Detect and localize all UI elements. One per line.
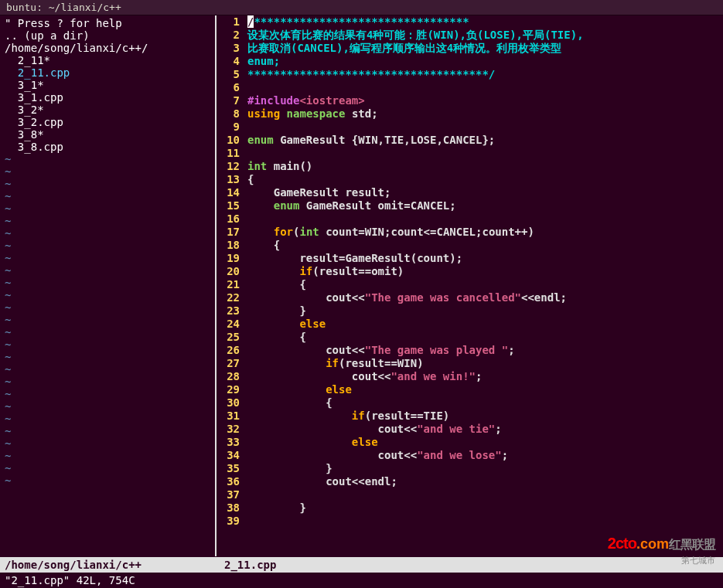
- empty-line-tilde: ~: [5, 252, 210, 264]
- empty-line-tilde: ~: [5, 376, 210, 388]
- line-number: 12: [217, 160, 240, 173]
- line-number: 34: [217, 449, 240, 462]
- empty-line-tilde: ~: [5, 202, 210, 215]
- line-number: 1: [217, 15, 240, 29]
- code-line[interactable]: {: [247, 239, 723, 252]
- file-item[interactable]: 3_8*: [5, 128, 210, 141]
- code-line[interactable]: if(result==WIN): [247, 357, 723, 370]
- line-number: 30: [217, 396, 240, 410]
- line-number: 27: [217, 357, 240, 370]
- line-number: 32: [217, 423, 240, 436]
- code-line[interactable]: }: [247, 304, 723, 318]
- line-number: 13: [217, 173, 240, 186]
- code-line[interactable]: else: [247, 383, 723, 396]
- line-number: 29: [217, 383, 240, 396]
- code-line[interactable]: [247, 488, 723, 501]
- code-line[interactable]: {: [247, 173, 723, 186]
- line-number: 14: [217, 186, 240, 199]
- code-line[interactable]: else: [247, 436, 723, 449]
- code-line[interactable]: cout<<"The game was played ";: [247, 344, 723, 357]
- file-explorer[interactable]: " Press ? for help .. (up a dir) /home/s…: [0, 15, 217, 556]
- empty-line-tilde: ~: [5, 215, 210, 227]
- line-number: 5: [217, 68, 240, 81]
- code-line[interactable]: cout<<"and we tie";: [247, 423, 723, 436]
- code-editor[interactable]: 1234567891011121314151617181920212223242…: [217, 15, 723, 556]
- code-line[interactable]: 设某次体育比赛的结果有4种可能：胜(WIN),负(LOSE),平局(TIE),: [247, 29, 723, 42]
- empty-line-tilde: ~: [5, 264, 210, 277]
- line-number: 26: [217, 344, 240, 357]
- code-line[interactable]: enum GameResult omit=CANCEL;: [247, 199, 723, 212]
- empty-line-tilde: ~: [5, 450, 210, 462]
- line-number: 22: [217, 291, 240, 304]
- code-line[interactable]: [247, 147, 723, 160]
- file-item[interactable]: 2_11.cpp: [5, 66, 210, 79]
- file-item[interactable]: 3_8.cpp: [5, 141, 210, 153]
- code-line[interactable]: enum;: [247, 55, 723, 68]
- line-number: 37: [217, 488, 240, 501]
- line-number: 16: [217, 212, 240, 226]
- main-area: " Press ? for help .. (up a dir) /home/s…: [0, 15, 723, 556]
- code-line[interactable]: cout<<"and we lose";: [247, 449, 723, 462]
- code-line[interactable]: [247, 121, 723, 134]
- empty-line-tilde: ~: [5, 425, 210, 437]
- code-line[interactable]: for(int count=WIN;count<=CANCEL;count++): [247, 226, 723, 239]
- code-line[interactable]: }: [247, 501, 723, 515]
- code-line[interactable]: if(result==TIE): [247, 410, 723, 423]
- code-line[interactable]: cout<<"and we win!";: [247, 370, 723, 383]
- code-line[interactable]: {: [247, 396, 723, 410]
- code-line[interactable]: }: [247, 462, 723, 475]
- code-line[interactable]: result=GameResult(count);: [247, 252, 723, 265]
- file-item[interactable]: 3_2.cpp: [5, 116, 210, 128]
- empty-line-tilde: ~: [5, 474, 210, 487]
- watermark: 2cto.com红黑联盟 第七城市: [608, 535, 715, 566]
- code-line[interactable]: enum GameResult {WIN,TIE,LOSE,CANCEL};: [247, 134, 723, 147]
- code-line[interactable]: int main(): [247, 160, 723, 173]
- code-content[interactable]: /*********************************设某次体育比…: [247, 15, 723, 528]
- empty-line-tilde: ~: [5, 388, 210, 400]
- empty-line-tilde: ~: [5, 289, 210, 301]
- line-number: 35: [217, 462, 240, 475]
- code-line[interactable]: cout<<"The game was cancelled"<<endl;: [247, 291, 723, 304]
- code-line[interactable]: [247, 515, 723, 528]
- empty-line-tilde: ~: [5, 190, 210, 202]
- empty-line-tilde: ~: [5, 413, 210, 425]
- code-line[interactable]: cout<<endl;: [247, 475, 723, 488]
- up-dir[interactable]: .. (up a dir): [5, 29, 210, 42]
- line-number: 38: [217, 501, 240, 515]
- file-item[interactable]: 3_1*: [5, 79, 210, 91]
- window-titlebar: buntu: ~/lianxi/c++: [0, 0, 723, 15]
- empty-line-tilde: ~: [5, 165, 210, 178]
- code-line[interactable]: [247, 81, 723, 94]
- code-line[interactable]: if(result==omit): [247, 265, 723, 278]
- code-line[interactable]: using namespace std;: [247, 107, 723, 121]
- empty-line-tilde: ~: [5, 437, 210, 450]
- current-path: /home/song/lianxi/c++/: [5, 42, 210, 54]
- file-item[interactable]: 3_2*: [5, 104, 210, 116]
- command-line[interactable]: "2_11.cpp" 42L, 754C: [0, 573, 723, 588]
- line-number: 31: [217, 410, 240, 423]
- line-number: 25: [217, 331, 240, 344]
- code-line[interactable]: [247, 212, 723, 226]
- code-line[interactable]: else: [247, 318, 723, 331]
- file-item[interactable]: 3_1.cpp: [5, 91, 210, 104]
- line-number: 7: [217, 94, 240, 107]
- line-number: 11: [217, 147, 240, 160]
- line-number: 19: [217, 252, 240, 265]
- code-line[interactable]: #include<iostream>: [247, 94, 723, 107]
- line-number: 6: [217, 81, 240, 94]
- code-line[interactable]: GameResult result;: [247, 186, 723, 199]
- code-line[interactable]: 比赛取消(CANCEL),编写程序顺序输出这4种情况。利用枚举类型: [247, 42, 723, 55]
- code-line[interactable]: *************************************/: [247, 68, 723, 81]
- empty-line-tilde: ~: [5, 240, 210, 252]
- empty-line-tilde: ~: [5, 301, 210, 314]
- line-number: 21: [217, 278, 240, 291]
- file-item[interactable]: 2_11*: [5, 54, 210, 66]
- code-line[interactable]: {: [247, 278, 723, 291]
- line-number: 36: [217, 475, 240, 488]
- line-number: 33: [217, 436, 240, 449]
- status-left: /home/song/lianxi/c++: [0, 557, 217, 573]
- code-line[interactable]: {: [247, 331, 723, 344]
- code-line[interactable]: /*********************************: [247, 15, 723, 29]
- line-number-gutter: 1234567891011121314151617181920212223242…: [217, 15, 244, 528]
- empty-line-tilde: ~: [5, 227, 210, 240]
